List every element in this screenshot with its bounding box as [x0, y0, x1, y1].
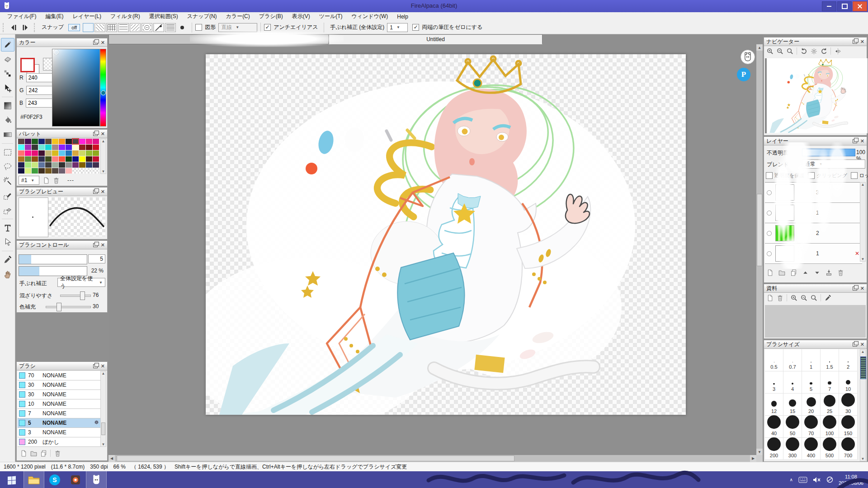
minimize-button[interactable]	[822, 1, 836, 11]
trash-icon[interactable]	[52, 449, 62, 458]
palette-swatch[interactable]	[93, 162, 99, 168]
palette-swatch[interactable]	[52, 162, 58, 168]
taskbar-skype[interactable]: S	[44, 471, 65, 488]
palette-swatch[interactable]	[52, 139, 58, 144]
palette-swatch[interactable]	[59, 139, 65, 144]
visibility-icon[interactable]	[767, 190, 772, 195]
tool-gradient-square[interactable]	[1, 99, 14, 113]
close-button[interactable]	[853, 1, 867, 11]
palette-swatch[interactable]	[52, 156, 58, 162]
palette-swatch[interactable]	[52, 145, 58, 150]
palette-swatch[interactable]	[32, 168, 38, 174]
taskbar-firealpaca[interactable]	[86, 471, 107, 488]
doc-icon[interactable]	[765, 293, 775, 302]
palette-swatch[interactable]	[93, 150, 99, 156]
snap-none-icon[interactable]	[83, 23, 94, 32]
palette-swatch[interactable]	[93, 168, 99, 174]
palette-swatch[interactable]	[18, 162, 24, 168]
palette-swatch[interactable]	[52, 168, 58, 174]
palette-swatch[interactable]	[32, 156, 38, 162]
brush-size-cell[interactable]: 7	[821, 371, 839, 394]
brush-size-cell[interactable]: 12	[765, 394, 783, 416]
scroll-down-icon[interactable]: ▼	[756, 449, 763, 455]
canvas-vertical-scrollbar[interactable]: ▲ ▼	[756, 44, 763, 455]
palette-swatch[interactable]	[79, 156, 85, 162]
rotate-ccw-icon[interactable]	[799, 47, 809, 56]
zoom-reset-icon[interactable]	[785, 47, 795, 56]
menu-item-3[interactable]: レイヤー(L)	[68, 12, 106, 21]
rotate-reset-icon[interactable]	[809, 47, 819, 56]
copy-icon[interactable]	[38, 449, 48, 458]
float-icon[interactable]	[853, 286, 857, 291]
close-icon[interactable]: ✕	[860, 39, 864, 44]
folder-icon[interactable]	[777, 268, 787, 277]
scrollbar-thumb[interactable]	[757, 194, 762, 266]
zoom-out-icon[interactable]	[799, 293, 809, 302]
palette-swatch[interactable]	[25, 139, 31, 144]
palette-swatch[interactable]	[72, 145, 79, 150]
close-icon[interactable]: ✕	[101, 40, 105, 45]
palette-swatch[interactable]	[38, 145, 45, 150]
snap-off-button[interactable]: off	[68, 24, 80, 31]
hide-right-panel-button[interactable]	[19, 22, 31, 33]
tool-gradient[interactable]	[1, 128, 14, 141]
layer-row[interactable]: 2	[765, 223, 862, 244]
palette-swatch[interactable]	[79, 139, 85, 144]
float-icon[interactable]	[93, 41, 98, 45]
brush-size-cell[interactable]: 0.7	[783, 349, 802, 371]
doc-icon[interactable]	[41, 176, 51, 185]
palette-swatch[interactable]	[79, 150, 85, 156]
float-icon[interactable]	[853, 139, 857, 143]
palette-swatch[interactable]	[86, 168, 92, 174]
brush-width-value[interactable]: 5	[88, 254, 105, 263]
toolbar-grip[interactable]	[3, 23, 5, 32]
palette-swatch[interactable]	[45, 168, 52, 174]
palette-swatch[interactable]	[72, 156, 79, 162]
close-icon[interactable]: ✕	[860, 139, 864, 144]
palette-swatch[interactable]	[38, 168, 45, 174]
brush-size-cell[interactable]: 25	[821, 394, 839, 416]
snap-circles-icon[interactable]	[142, 23, 152, 32]
scroll-left-icon[interactable]: ◀	[108, 455, 115, 462]
brush-item[interactable]: 5NONAME	[18, 418, 101, 428]
palette-page-select[interactable]: #1▼	[19, 176, 39, 185]
snap-vanish-icon[interactable]	[153, 23, 164, 32]
dropper-icon[interactable]	[823, 293, 833, 302]
brush-size-cell[interactable]: 400	[802, 438, 821, 460]
brush-item[interactable]: 10NONAME	[18, 399, 101, 409]
tool-magic-wand[interactable]	[1, 174, 14, 188]
close-icon[interactable]: ✕	[101, 364, 105, 369]
tool-operation[interactable]	[1, 235, 14, 249]
brush-width-slider[interactable]	[19, 254, 87, 264]
color-panel-header[interactable]: カラー✕	[17, 38, 107, 47]
flip-h-icon[interactable]	[833, 47, 843, 56]
clipping-checkbox[interactable]	[808, 172, 815, 179]
palette-swatch[interactable]	[18, 145, 24, 150]
brush-item[interactable]: 7NONAME	[18, 409, 101, 418]
close-icon[interactable]: ✕	[101, 243, 105, 248]
scrollbar-thumb[interactable]	[117, 455, 514, 461]
palette-swatch[interactable]	[59, 145, 65, 150]
palette-swatch[interactable]	[93, 139, 99, 144]
palette-swatch[interactable]	[59, 168, 65, 174]
tool-eraser[interactable]	[1, 52, 14, 66]
tool-bucket[interactable]	[1, 113, 14, 127]
float-icon[interactable]	[93, 190, 98, 194]
layer-list-scrollbar[interactable]: ▲▼	[860, 182, 866, 262]
brush-size-cell[interactable]: 1.5	[821, 349, 839, 371]
brush-size-cell[interactable]: 300	[783, 438, 802, 460]
ime-icon[interactable]	[826, 476, 833, 483]
visibility-icon[interactable]	[767, 251, 772, 256]
palette-swatch[interactable]	[93, 145, 99, 150]
menu-item-6[interactable]: スナップ(N)	[183, 12, 222, 21]
stabilizer-select[interactable]: 1▼	[387, 23, 408, 32]
lock-alpha-checkbox[interactable]	[766, 172, 773, 179]
tab-untitled[interactable]: Untitled	[329, 34, 542, 44]
doc-icon[interactable]	[765, 268, 775, 277]
brush-item[interactable]: 30NONAME	[18, 380, 101, 390]
opacity-slider[interactable]	[802, 149, 855, 156]
hue-marker[interactable]	[101, 90, 106, 95]
float-icon[interactable]	[853, 343, 857, 347]
taskbar-app[interactable]	[65, 471, 86, 488]
reference-header[interactable]: 資料✕	[764, 284, 867, 293]
